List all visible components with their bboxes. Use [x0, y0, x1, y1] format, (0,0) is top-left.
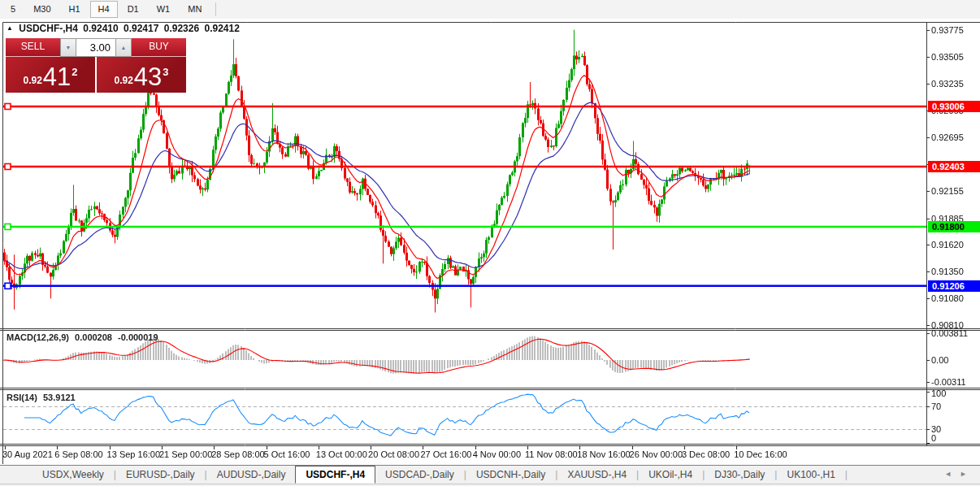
- one-click-trading-widget: SELL ▼ ▲ BUY 0.92 41 2 0.92 43 3: [6, 38, 186, 93]
- trading-terminal: 5M30H1H4D1W1MN 0.937750.935050.932350.92…: [0, 0, 980, 486]
- chart-tab-xauusd-h4[interactable]: XAUUSD-,H4: [557, 466, 636, 483]
- collapse-triangle-icon[interactable]: ▲: [7, 24, 13, 32]
- chart-symbol: USDCHF-,H4: [19, 23, 78, 34]
- macd-title: MACD(12,26,9): [7, 332, 69, 342]
- chart-tab-usdcnh-daily[interactable]: USDCNH-,Daily: [466, 466, 555, 483]
- timeframe-button-D1[interactable]: D1: [119, 1, 147, 18]
- rsi-title: RSI(14): [7, 393, 37, 402]
- buy-price-prefix: 0.92: [114, 75, 132, 86]
- timeframe-button-5[interactable]: 5: [2, 1, 24, 18]
- volume-increase-button[interactable]: ▲: [115, 38, 132, 57]
- rsi-value: 53.9121: [43, 393, 76, 402]
- quote-open: 0.92410: [83, 23, 118, 34]
- chart-tab-uk100-h1[interactable]: UK100-,H1: [777, 466, 844, 483]
- timeframe-button-W1[interactable]: W1: [149, 1, 179, 18]
- tab-separator: |: [845, 469, 848, 480]
- chart-tab-ukoil-h4[interactable]: UKOil-,H4: [639, 466, 702, 483]
- quote-high: 0.92417: [124, 23, 158, 34]
- buy-price-display[interactable]: 0.92 43 3: [97, 57, 186, 93]
- buy-button[interactable]: BUY: [132, 38, 186, 57]
- toolbar-separator: [215, 2, 216, 16]
- chart-tab-dj30-daily[interactable]: DJ30-,Daily: [705, 466, 774, 483]
- chart-tab-usdchf-h4[interactable]: USDCHF-,H4: [295, 466, 375, 484]
- timeframe-toolbar: 5M30H1H4D1W1MN: [0, 0, 980, 19]
- buy-price-pip: 3: [163, 66, 168, 78]
- volume-input[interactable]: [76, 38, 115, 57]
- chart-window: 0.937750.935050.932350.929650.926950.924…: [0, 20, 980, 465]
- chart-tab-audusd-daily[interactable]: AUDUSD-,Daily: [207, 466, 296, 483]
- rsi-label: RSI(14) 53.9121: [7, 393, 79, 402]
- chart-tab-eurusd-daily[interactable]: EURUSD-,Daily: [116, 466, 205, 483]
- sell-button[interactable]: SELL: [6, 38, 60, 57]
- tab-scroll-arrows[interactable]: ◄►: [944, 470, 975, 478]
- buy-price-main: 43: [134, 65, 162, 89]
- quote-close: 0.92412: [204, 23, 239, 34]
- volume-decrease-button[interactable]: ▼: [60, 38, 76, 57]
- chart-tab-usdcad-daily[interactable]: USDCAD-,Daily: [375, 466, 464, 483]
- timeframe-button-H1[interactable]: H1: [61, 1, 89, 18]
- chart-tab-bar: USDX,Weekly|EURUSD-,Daily|AUDUSD-,DailyU…: [0, 465, 980, 484]
- sell-price-main: 41: [43, 65, 71, 89]
- sell-price-prefix: 0.92: [23, 75, 41, 86]
- sell-price-pip: 2: [72, 66, 77, 78]
- chart-header: ▲ USDCHF-,H4 0.92410 0.92417 0.92326 0.9…: [7, 23, 242, 34]
- macd-label: MACD(12,26,9) 0.000208 -0.000019: [7, 332, 162, 342]
- timeframe-button-M30[interactable]: M30: [25, 1, 59, 18]
- chart-tab-usdx-weekly[interactable]: USDX,Weekly: [33, 466, 114, 483]
- macd-main-value: 0.000208: [75, 332, 112, 342]
- sell-price-display[interactable]: 0.92 41 2: [6, 57, 95, 93]
- timeframe-button-MN[interactable]: MN: [180, 1, 210, 18]
- macd-signal-value: -0.000019: [118, 332, 158, 342]
- quote-low: 0.92326: [164, 23, 199, 34]
- timeframe-button-H4[interactable]: H4: [90, 1, 118, 18]
